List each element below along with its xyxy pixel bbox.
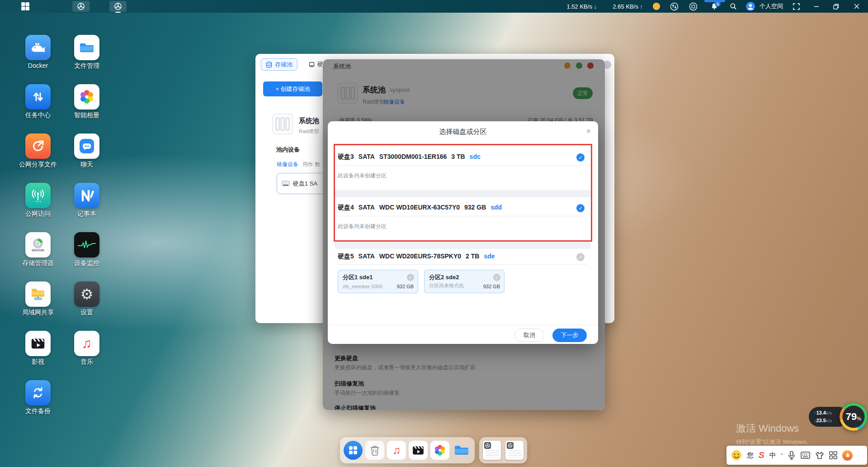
disk-drive-icon <box>282 181 290 187</box>
upload-value: 13.4 <box>816 410 826 415</box>
desktop-icon-public-access[interactable]: 公网访问 <box>25 183 51 208</box>
disk-name: 硬盘5 <box>338 253 354 261</box>
folder-icon <box>454 444 469 457</box>
status-dot-icon[interactable] <box>653 3 660 10</box>
transfer-icon[interactable] <box>669 0 679 13</box>
disk-size: 932 GB <box>464 204 486 212</box>
fnos-logo-icon <box>114 2 122 10</box>
select-disk-modal: 选择磁盘或分区 × 硬盘3 SATA ST3000DM001-1ER166 3 … <box>328 121 598 344</box>
desktop-icon-public-share[interactable]: 公网分享文件 <box>25 133 51 159</box>
download-unit: K/s <box>826 419 832 423</box>
partition-check: ✓ <box>407 274 414 281</box>
desktop-icon-task-center[interactable]: 任务中心 <box>25 84 51 110</box>
partition-size: 932 GB <box>397 284 414 289</box>
toolbox-grid-icon[interactable] <box>829 451 837 459</box>
close-button[interactable] <box>851 0 862 13</box>
skin-shirt-icon[interactable] <box>815 452 824 459</box>
disk-model: WDC WD10EURX-63C57Y0 <box>379 204 460 212</box>
desktop-icon-lan-share[interactable]: 局域网共享 <box>25 281 51 307</box>
ime-promo-icon[interactable] <box>842 450 853 461</box>
disk-selected-check[interactable]: ✓ <box>576 204 585 212</box>
active-app-indicator <box>115 12 121 13</box>
percent-unit: % <box>857 416 861 421</box>
desktop-icon-docker[interactable]: Docker <box>25 35 51 60</box>
tab-storage-pool[interactable]: 存储池 <box>261 58 297 71</box>
tab-storage-pool-label: 存储池 <box>275 61 292 69</box>
ime-punct-toggle[interactable]: ’ <box>781 452 783 459</box>
user-space-label[interactable]: 个人空间 <box>760 0 783 13</box>
raid-type-label: Raid类型 <box>299 128 319 135</box>
create-pool-button[interactable]: + 创建存储池 <box>263 81 322 96</box>
maximize-button[interactable] <box>830 0 841 13</box>
user-avatar[interactable] <box>746 0 755 13</box>
desktop-icon-chat[interactable]: 聊天 <box>74 133 99 159</box>
clapperboard-icon <box>411 445 425 456</box>
photos-flower-icon <box>78 88 95 105</box>
share-arrow-icon <box>30 138 46 154</box>
desktop-icon-storage-manager[interactable]: 存储管理器 <box>25 232 51 257</box>
start-button[interactable] <box>20 0 31 13</box>
desktop-icon-music[interactable]: ♫ 音乐 <box>74 331 99 356</box>
disk-name: 硬盘3 <box>338 153 354 161</box>
display-icon[interactable] <box>688 0 698 13</box>
desktop-icon-photos[interactable]: 智能相册 <box>74 84 99 110</box>
keyboard-icon[interactable] <box>801 452 810 459</box>
dock: ♫ <box>340 437 475 463</box>
network-upload-speed: 2.65 KB/s ↑ <box>603 0 643 13</box>
desktop-icon-settings[interactable]: ⚙ 设置 <box>74 281 99 307</box>
fnos-logo-icon <box>77 2 85 10</box>
partition-size: 932 GB <box>483 284 500 289</box>
next-step-button[interactable]: 下一步 <box>552 329 587 342</box>
partition-name: 分区1 sde1 <box>343 273 373 281</box>
disk1-list-item[interactable]: 硬盘1 SA <box>277 173 325 194</box>
search-icon[interactable] <box>728 0 739 13</box>
antenna-icon <box>30 188 46 203</box>
dock-photos-icon[interactable] <box>430 441 449 460</box>
taskbar-app-fnos-2[interactable] <box>109 1 127 12</box>
notification-badge: 6 <box>715 1 721 7</box>
dock-trash-icon[interactable] <box>365 441 384 460</box>
disk-row-title[interactable]: 硬盘3 SATA ST3000DM001-1ER166 3 TB sdc <box>338 153 481 161</box>
microphone-icon[interactable] <box>788 451 796 460</box>
desktop-icon-file-backup[interactable]: 文件备份 <box>25 380 51 405</box>
taskbar-app-fnos-1[interactable] <box>72 1 90 12</box>
partition-info: 分区尚未格式化 <box>429 282 464 289</box>
window-thumbnail[interactable] <box>505 441 524 460</box>
watermark-line1: 激活 Windows <box>736 422 812 435</box>
partition-chip[interactable]: 分区2 sde2 ✓ 分区尚未格式化 932 GB <box>424 270 505 293</box>
usage-percent-widget[interactable]: 79 % <box>840 403 868 431</box>
modal-title: 选择磁盘或分区 <box>328 121 598 142</box>
disk-selected-check[interactable]: ✓ <box>576 153 585 162</box>
disk-bus: SATA <box>359 204 375 212</box>
disk-row-title[interactable]: 硬盘4 SATA WDC WD10EURX-63C57Y0 932 GB sdd <box>338 204 502 212</box>
mirror-device-tab[interactable]: 镜像设备 <box>277 161 298 168</box>
cancel-button[interactable]: 取消 <box>514 329 544 342</box>
network-folder-icon <box>30 287 46 301</box>
desktop-icon-movies[interactable]: 影视 <box>25 331 51 356</box>
window-thumbnail[interactable] <box>483 441 501 460</box>
desktop-icon-device-monitor[interactable]: 设备监控 <box>74 232 99 257</box>
smiley-icon[interactable] <box>731 450 742 461</box>
dock-launcher-icon[interactable] <box>344 441 363 460</box>
disk-device: sdd <box>491 204 502 212</box>
minimize-button[interactable] <box>811 0 822 13</box>
disk-size: 3 TB <box>451 153 465 161</box>
disk-size: 2 TB <box>466 253 479 261</box>
dock-music-icon[interactable]: ♫ <box>387 441 406 460</box>
gear-icon: ⚙ <box>80 287 94 301</box>
disk-model: ST3000DM001-1ER166 <box>379 153 447 161</box>
dock-folder-icon[interactable] <box>452 441 471 460</box>
dock-movies-icon[interactable] <box>409 441 428 460</box>
partition-chip[interactable]: 分区1 sde1 ✓ zfs_member 5000 932 GB <box>338 270 418 293</box>
desktop-icon-file-manager[interactable]: 文件管理 <box>74 35 99 60</box>
ime-hint-text: 您 <box>747 451 754 460</box>
percent-value: 79 <box>846 411 857 423</box>
upload-unit: K/s <box>826 411 832 415</box>
disk-row-title[interactable]: 硬盘5 SATA WDC WD20EURS-78SPKY0 2 TB sde <box>338 253 495 261</box>
fullscreen-icon[interactable] <box>791 0 802 13</box>
pool-name: 系统池 <box>299 117 319 125</box>
modal-close-icon[interactable]: × <box>586 126 591 136</box>
desktop-icon-notes[interactable]: 记事本 <box>74 183 99 208</box>
ime-language-toggle[interactable]: 中 <box>769 451 776 460</box>
sogou-logo[interactable]: S <box>759 450 764 460</box>
